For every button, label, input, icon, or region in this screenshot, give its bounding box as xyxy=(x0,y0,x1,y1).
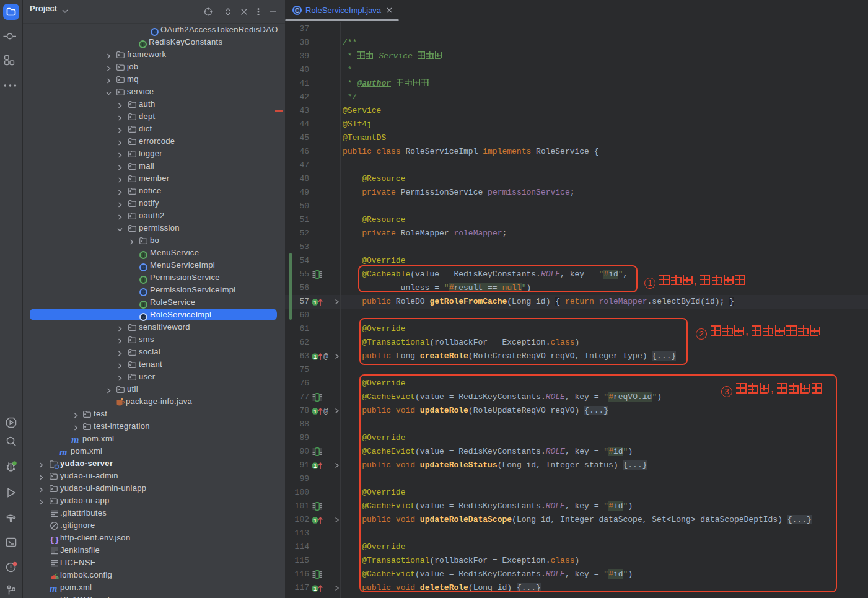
svg-text:1: 1 xyxy=(313,517,317,524)
svg-text:1: 1 xyxy=(313,463,317,469)
svg-text:1: 1 xyxy=(313,408,317,415)
svg-text:1: 1 xyxy=(313,354,317,360)
svg-text:1: 1 xyxy=(313,586,317,592)
svg-text:1: 1 xyxy=(313,299,317,306)
